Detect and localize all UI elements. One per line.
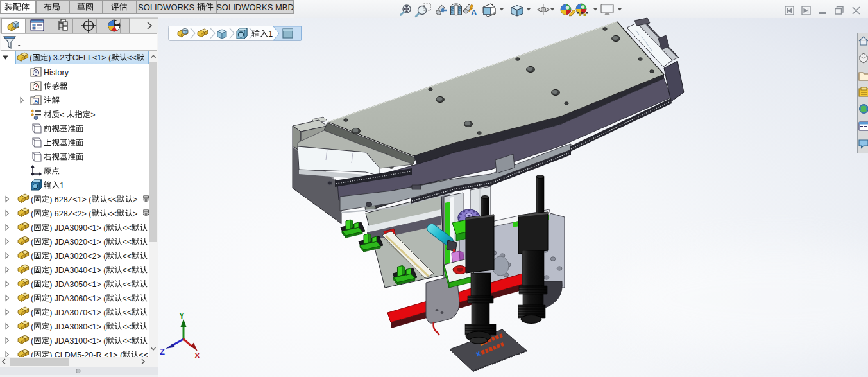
svg-text:) JDA3060<1> (: ) JDA3060<1> ( bbox=[49, 294, 106, 303]
svg-text:>_: >_ bbox=[133, 195, 142, 204]
svg-text:<<: << bbox=[122, 224, 132, 232]
svg-text:<: < bbox=[60, 110, 64, 119]
svg-text:Z: Z bbox=[160, 347, 165, 356]
svg-text:>_: >_ bbox=[133, 209, 142, 218]
svg-text:) JDA3070<1> (: ) JDA3070<1> ( bbox=[49, 308, 106, 317]
svg-text:<<: << bbox=[108, 209, 117, 218]
svg-text:) 628Z<1> (: ) 628Z<1> ( bbox=[49, 195, 92, 204]
svg-text:X: X bbox=[194, 351, 200, 360]
svg-text:<<: << bbox=[122, 308, 132, 317]
svg-text:<<: << bbox=[122, 294, 132, 303]
svg-text:History: History bbox=[44, 68, 69, 77]
svg-text:) JDA3080<1> (: ) JDA3080<1> ( bbox=[49, 322, 106, 331]
svg-text:<<: << bbox=[122, 337, 132, 346]
svg-text:) JDA3050<1> (: ) JDA3050<1> ( bbox=[49, 280, 106, 289]
svg-text:) JDA3020<2> (: ) JDA3020<2> ( bbox=[49, 252, 106, 261]
svg-text:<<: << bbox=[108, 195, 117, 204]
svg-text:A: A bbox=[471, 8, 477, 17]
svg-text:CELL<1> (: CELL<1> ( bbox=[72, 53, 112, 62]
svg-text:1: 1 bbox=[60, 181, 64, 190]
svg-text:) JDA3020<1> (: ) JDA3020<1> ( bbox=[49, 238, 106, 247]
svg-text:1: 1 bbox=[268, 29, 273, 39]
svg-text:SOLIDWORKS MBD: SOLIDWORKS MBD bbox=[216, 3, 294, 12]
svg-text:<<: << bbox=[122, 266, 132, 275]
svg-text:<<: << bbox=[122, 322, 132, 331]
svg-text:A: A bbox=[34, 98, 38, 105]
svg-text:<<: << bbox=[122, 252, 132, 261]
svg-text:<<: << bbox=[122, 280, 132, 289]
svg-text:<<: << bbox=[127, 53, 137, 62]
svg-text:) 628Z<2> (: ) 628Z<2> ( bbox=[49, 209, 92, 218]
svg-text:SOLIDWORKS: SOLIDWORKS bbox=[138, 3, 194, 12]
svg-text:) JDA3090<1> (: ) JDA3090<1> ( bbox=[49, 224, 106, 232]
svg-text:) 3.2: ) 3.2 bbox=[48, 53, 64, 62]
svg-text:Y: Y bbox=[179, 311, 185, 320]
svg-text:<<: << bbox=[122, 238, 132, 247]
svg-text:) JDA3040<1> (: ) JDA3040<1> ( bbox=[49, 266, 106, 275]
svg-text:) JDA3100<1> (: ) JDA3100<1> ( bbox=[49, 337, 106, 346]
svg-text:>: > bbox=[90, 110, 95, 119]
